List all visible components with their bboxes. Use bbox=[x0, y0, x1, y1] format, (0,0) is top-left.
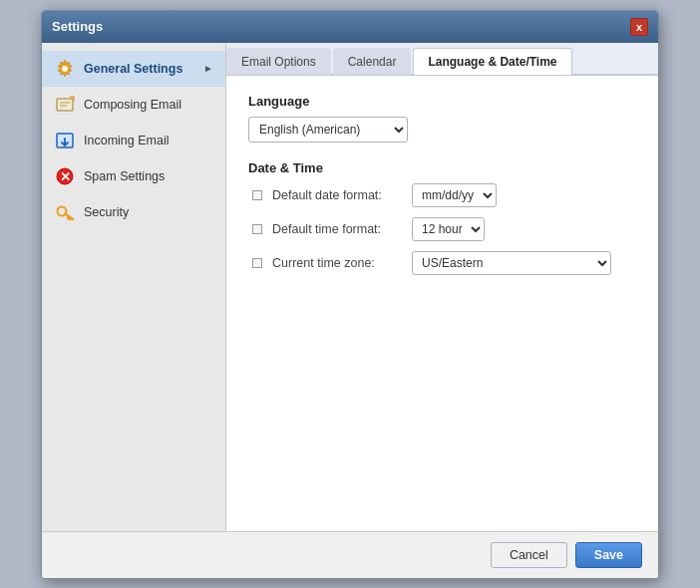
timezone-label: Current time zone: bbox=[272, 256, 412, 270]
close-button[interactable]: x bbox=[630, 18, 648, 36]
dialog-body: General Settings ► Composing Email bbox=[42, 43, 658, 531]
key-icon bbox=[54, 201, 76, 223]
time-format-label: Default time format: bbox=[272, 222, 412, 236]
sidebar-item-general-settings[interactable]: General Settings ► bbox=[42, 51, 225, 87]
gear-icon bbox=[54, 58, 76, 80]
date-format-row: Default date format: mm/dd/yy dd/mm/yy y… bbox=[248, 183, 636, 207]
cancel-button[interactable]: Cancel bbox=[491, 542, 567, 568]
sidebar-item-composing-email[interactable]: Composing Email bbox=[42, 87, 225, 123]
date-format-select[interactable]: mm/dd/yy dd/mm/yy yy/mm/dd bbox=[412, 183, 497, 207]
language-select[interactable]: English (American) English (British) Spa… bbox=[248, 117, 408, 143]
svg-text:✕: ✕ bbox=[60, 169, 71, 184]
time-format-select[interactable]: 12 hour 24 hour bbox=[412, 217, 485, 241]
sidebar-item-label: Composing Email bbox=[84, 98, 181, 112]
timezone-select[interactable]: US/Eastern US/Central US/Mountain US/Pac… bbox=[412, 251, 611, 275]
datetime-section-title: Date & Time bbox=[248, 160, 636, 175]
sidebar-item-label: Incoming Email bbox=[84, 134, 169, 147]
main-content: Email Options Calendar Language & Date/T… bbox=[226, 43, 658, 531]
incoming-icon bbox=[54, 130, 76, 151]
sidebar-item-label: Spam Settings bbox=[84, 169, 165, 183]
bullet-icon bbox=[252, 258, 262, 268]
save-button[interactable]: Save bbox=[575, 542, 642, 568]
bullet-icon bbox=[252, 224, 262, 234]
sidebar-item-security[interactable]: Security bbox=[42, 194, 225, 230]
sidebar-item-label: General Settings bbox=[84, 62, 182, 76]
tab-email-options[interactable]: Email Options bbox=[226, 48, 331, 75]
bullet-icon bbox=[252, 190, 262, 200]
date-format-label: Default date format: bbox=[272, 188, 412, 202]
sidebar: General Settings ► Composing Email bbox=[42, 43, 226, 531]
time-format-row: Default time format: 12 hour 24 hour bbox=[248, 217, 636, 241]
spam-icon: ✕ bbox=[54, 165, 76, 187]
tab-bar: Email Options Calendar Language & Date/T… bbox=[226, 43, 658, 76]
titlebar: Settings x bbox=[42, 11, 658, 43]
compose-icon bbox=[54, 94, 76, 116]
sidebar-item-incoming-email[interactable]: Incoming Email bbox=[42, 123, 225, 158]
dialog-footer: Cancel Save bbox=[42, 531, 658, 578]
dialog-title: Settings bbox=[52, 19, 103, 34]
chevron-right-icon: ► bbox=[203, 63, 213, 74]
language-section-title: Language bbox=[248, 94, 636, 109]
timezone-row: Current time zone: US/Eastern US/Central… bbox=[248, 251, 636, 275]
settings-dialog: Settings x General Settings ► bbox=[41, 10, 659, 579]
sidebar-item-spam-settings[interactable]: ✕ Spam Settings bbox=[42, 158, 225, 194]
svg-point-1 bbox=[62, 66, 68, 72]
tab-language-date-time[interactable]: Language & Date/Time bbox=[413, 48, 571, 75]
tab-content-language-date-time: Language English (American) English (Bri… bbox=[226, 76, 658, 531]
svg-rect-2 bbox=[57, 99, 73, 111]
tab-calendar[interactable]: Calendar bbox=[333, 48, 412, 75]
sidebar-item-label: Security bbox=[84, 205, 129, 219]
